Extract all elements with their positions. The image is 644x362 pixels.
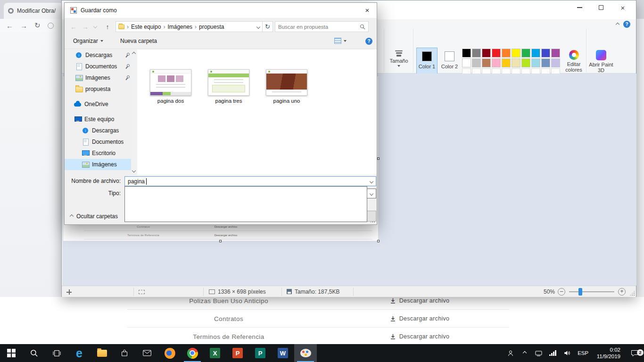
palette-color[interactable]: [472, 49, 481, 58]
minimize-button[interactable]: [569, 0, 590, 15]
palette-color[interactable]: [521, 49, 530, 58]
filename-input[interactable]: pagina: [124, 176, 376, 186]
open-paint3d-button[interactable]: Abrir Paint 3D: [589, 49, 613, 73]
browser-reload-icon[interactable]: ↻: [34, 21, 41, 30]
palette-color[interactable]: [531, 58, 540, 67]
breadcrumb-mid[interactable]: Imágenes: [167, 24, 192, 30]
canvas-resize-handle-right[interactable]: [377, 157, 380, 160]
taskbar-publisher-button[interactable]: P: [249, 344, 272, 362]
palette-color[interactable]: [472, 58, 481, 67]
palette-color[interactable]: [502, 49, 511, 58]
dialog-help-button[interactable]: ?: [365, 38, 372, 45]
task-view-button[interactable]: [45, 344, 68, 362]
size-button[interactable]: Tamaño: [386, 49, 412, 67]
zoom-out-button[interactable]: –: [558, 288, 565, 296]
download-link[interactable]: Descargar archivo: [330, 315, 509, 322]
address-dropdown-icon[interactable]: [256, 25, 260, 28]
edit-colors-button[interactable]: Editar colores: [562, 49, 585, 73]
close-button[interactable]: ×: [612, 0, 634, 15]
taskbar-chrome-button[interactable]: [181, 344, 204, 362]
people-button[interactable]: [504, 350, 518, 357]
view-mode-button[interactable]: [334, 38, 347, 44]
refresh-button[interactable]: ↻: [263, 21, 273, 32]
organize-button[interactable]: Organizar: [73, 38, 103, 44]
address-bar[interactable]: › Este equipo › Imágenes › propuesta: [116, 21, 263, 32]
filetype-dropdown-list[interactable]: [124, 186, 367, 222]
sidebar-item-escritorio[interactable]: Escritorio: [65, 148, 131, 159]
sidebar-item-descargas[interactable]: Descargas: [65, 49, 131, 61]
breadcrumb-leaf[interactable]: propuesta: [199, 24, 224, 30]
palette-color[interactable]: [551, 49, 560, 58]
network-button[interactable]: [532, 350, 546, 356]
palette-color[interactable]: [482, 49, 491, 58]
breadcrumb-root[interactable]: Este equipo: [131, 24, 161, 30]
canvas-resize-handle-corner[interactable]: [377, 240, 380, 242]
forward-button[interactable]: →: [80, 22, 91, 32]
scroll-down-icon[interactable]: [132, 169, 136, 173]
sidebar-item-propuesta[interactable]: propuesta: [65, 83, 131, 95]
taskbar-store-button[interactable]: [113, 344, 136, 362]
file-item-pagina-uno[interactable]: pagina uno: [261, 69, 313, 104]
taskbar-paint-button[interactable]: [294, 344, 317, 362]
taskbar-mail-button[interactable]: [136, 344, 158, 362]
sidebar-scrollbar[interactable]: [131, 49, 137, 175]
zoom-slider-thumb[interactable]: [578, 288, 582, 296]
search-box[interactable]: Buscar en propuesta: [275, 21, 369, 32]
language-indicator[interactable]: ESP: [574, 350, 592, 356]
browser-forward-icon[interactable]: →: [20, 22, 27, 30]
filename-dropdown-icon[interactable]: [370, 179, 373, 183]
taskbar-powerpoint-button[interactable]: P: [226, 344, 249, 362]
sidebar-item-onedrive[interactable]: OneDrive: [65, 99, 131, 110]
palette-color[interactable]: [512, 49, 520, 58]
help-icon[interactable]: ?: [623, 21, 630, 28]
sidebar-item-este-equipo[interactable]: Este equipo: [65, 114, 131, 125]
palette-color[interactable]: [492, 58, 501, 67]
palette-color[interactable]: [462, 58, 471, 67]
taskbar-explorer-button[interactable]: [91, 344, 113, 362]
file-item-pagina-dos[interactable]: pagina dos: [145, 69, 197, 104]
taskbar-firefox-button[interactable]: [158, 344, 181, 362]
taskbar-edge-button[interactable]: e: [68, 344, 91, 362]
recent-locations-icon[interactable]: [93, 25, 97, 28]
palette-color[interactable]: [512, 58, 520, 67]
file-item-pagina-tres[interactable]: pagina tres: [203, 69, 255, 104]
action-center-button[interactable]: 2: [625, 350, 644, 357]
window-resize-grip[interactable]: [629, 290, 635, 296]
clock[interactable]: 0:02 11/9/2019: [592, 346, 625, 360]
sidebar-item-documentos-2[interactable]: Documentos: [65, 136, 131, 148]
hide-folders-button[interactable]: Ocultar carpetas: [70, 212, 118, 221]
zoom-in-button[interactable]: +: [618, 288, 626, 296]
sidebar-item-documentos[interactable]: Documentos: [65, 61, 131, 72]
sidebar-item-imagenes[interactable]: Imágenes: [65, 72, 131, 83]
start-button[interactable]: [0, 344, 23, 362]
canvas-resize-handle-bottom[interactable]: [219, 240, 222, 242]
dialog-close-button[interactable]: ×: [360, 4, 375, 16]
maximize-button[interactable]: [590, 0, 612, 15]
taskbar-excel-button[interactable]: X: [204, 344, 226, 362]
back-button[interactable]: ←: [68, 22, 79, 32]
download-link[interactable]: Descargar archivo: [330, 333, 509, 340]
palette-color[interactable]: [541, 58, 550, 67]
collapse-ribbon-icon[interactable]: [616, 22, 619, 26]
palette-color[interactable]: [462, 49, 471, 58]
palette-color[interactable]: [502, 58, 511, 67]
filetype-dropdown-icon[interactable]: [370, 191, 373, 195]
palette-color[interactable]: [551, 58, 560, 67]
palette-color[interactable]: [482, 58, 491, 67]
palette-color[interactable]: [541, 49, 550, 58]
download-link[interactable]: Descargar archivo: [330, 297, 509, 304]
palette-color[interactable]: [492, 49, 501, 58]
taskbar-search-button[interactable]: [23, 344, 45, 362]
zoom-slider[interactable]: [569, 291, 614, 292]
signal-button[interactable]: [546, 350, 560, 356]
new-folder-button[interactable]: Nueva carpeta: [120, 38, 157, 44]
sidebar-item-descargas-2[interactable]: Descargas: [65, 125, 131, 136]
tray-expand-button[interactable]: [518, 352, 532, 354]
page-info-icon[interactable]: [48, 23, 54, 29]
palette-color[interactable]: [531, 49, 540, 58]
volume-button[interactable]: [560, 350, 574, 356]
palette-color[interactable]: [521, 58, 530, 67]
browser-back-icon[interactable]: ←: [6, 22, 13, 30]
sidebar-item-imagenes-2[interactable]: Imágenes: [65, 159, 131, 170]
scroll-up-icon[interactable]: [132, 52, 136, 56]
